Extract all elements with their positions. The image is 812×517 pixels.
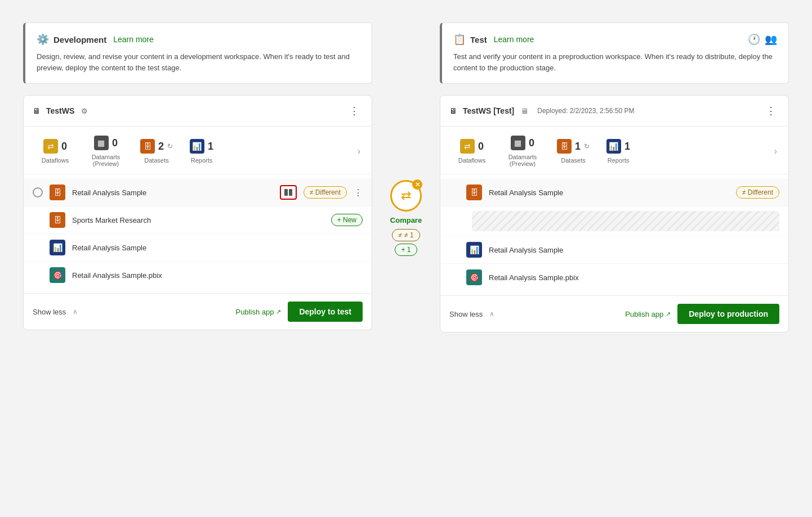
dev-item-2-icon: 🗄 <box>50 212 65 228</box>
test-reports-label: Reports <box>608 157 630 164</box>
test-item-1: 🗄 Retail Analysis Sample ≠ Different <box>440 179 788 206</box>
history-icon[interactable]: 🕐 <box>748 33 760 46</box>
dev-card-body: Design, review, and revise your content … <box>37 51 360 73</box>
page-container: ⚙️ Development Learn more Design, review… <box>23 23 789 332</box>
test-dataflows-count: 0 <box>478 141 484 152</box>
compare-badge-different[interactable]: ≠ ≠ 1 <box>392 229 420 241</box>
test-datasets-refresh[interactable]: ↻ <box>584 142 590 150</box>
test-datamarts-count: 0 <box>529 137 534 149</box>
share-icon[interactable]: 👥 <box>765 33 777 46</box>
test-card-title: Test <box>470 35 487 44</box>
dev-dataflows-label: Dataflows <box>42 157 69 164</box>
test-publish-btn[interactable]: Publish app ↗ <box>625 310 671 318</box>
dev-workspace-card: 🖥 TestWS ⚙ ⋮ ⇄ 0 Dataflows <box>23 95 372 330</box>
dev-item-1: 🗄 Retail Analysis Sample ≠ Different ⋮ <box>24 179 372 206</box>
svg-rect-0 <box>284 189 288 196</box>
test-workspace-header: 🖥 TestWS [Test] 🖥 Deployed: 2/2/2023, 2:… <box>440 96 788 127</box>
compare-badge-new[interactable]: + 1 <box>395 244 417 256</box>
test-stat-datamarts: ▦ 0 Datamarts(Preview) <box>494 136 551 167</box>
dev-chevron-up: ∧ <box>73 308 78 316</box>
dev-stat-reports: 📊 1 Reports <box>179 139 224 164</box>
dev-datamarts-count: 0 <box>112 137 118 149</box>
dev-show-less[interactable]: Show less <box>33 308 66 316</box>
dev-stat-datasets: 🗄 2 ↻ Datasets <box>134 139 179 164</box>
test-datamarts-icon: ▦ <box>511 136 525 150</box>
svg-rect-1 <box>289 189 292 196</box>
dev-stat-dataflows: ⇄ 0 Dataflows <box>33 139 78 164</box>
dev-item-2-name: Sports Market Research <box>72 216 324 224</box>
test-card-actions: 🕐 👥 <box>748 33 777 46</box>
dev-item-1-badge: ≠ Different <box>304 186 347 199</box>
test-icon: 📋 <box>453 33 466 46</box>
dev-icon: ⚙️ <box>37 33 49 46</box>
test-workspace-footer: Show less ∧ Publish app ↗ Deploy to prod… <box>440 295 788 332</box>
dev-item-2-badge: + New <box>331 214 363 226</box>
datasets-icon: 🗄 <box>140 139 155 154</box>
left-column: ⚙️ Development Learn more Design, review… <box>23 23 372 330</box>
test-stats-chevron[interactable]: › <box>772 144 779 159</box>
center-column: ▶ ⇄ ✕ Compare ≠ ≠ 1 + 1 <box>372 23 440 258</box>
dev-item-1-compare[interactable] <box>280 185 297 200</box>
compare-x-icon: ✕ <box>412 179 422 190</box>
dev-item-4-icon: 🎯 <box>50 267 65 283</box>
test-workspace-name: TestWS [Test] <box>463 106 514 115</box>
test-hatch-box <box>472 211 779 231</box>
test-card-link[interactable]: Learn more <box>494 35 534 44</box>
dev-item-3-icon: 📊 <box>50 240 65 255</box>
dev-card-link[interactable]: Learn more <box>113 35 154 44</box>
test-stat-datasets: 🗄 1 ↻ Datasets <box>551 139 596 164</box>
compare-arrows-icon: ⇄ <box>401 188 411 203</box>
test-datasets-count: 1 <box>575 141 581 152</box>
dev-item-1-name: Retail Analysis Sample <box>72 188 273 197</box>
test-reports-icon: 📊 <box>606 139 621 154</box>
dev-item-1-menu[interactable]: ⋮ <box>354 187 363 198</box>
dev-item-1-icon: 🗄 <box>50 185 65 200</box>
test-item-2-icon: 📊 <box>466 242 482 258</box>
right-column: 📋 Test Learn more 🕐 👥 Test and verify yo… <box>440 23 789 332</box>
dev-item-3-name: Retail Analysis Sample <box>72 244 363 252</box>
dev-workspace-icon: 🖥 <box>33 106 41 115</box>
test-items-list: 🗄 Retail Analysis Sample ≠ Different 📊 R… <box>440 174 788 295</box>
test-dataflows-label: Dataflows <box>458 157 485 164</box>
dev-reports-count: 1 <box>208 141 213 152</box>
dev-datasets-refresh[interactable]: ↻ <box>167 142 173 150</box>
dataflows-icon: ⇄ <box>43 139 58 154</box>
dev-datasets-label: Datasets <box>144 157 168 164</box>
dev-items-list: 🗄 Retail Analysis Sample ≠ Different ⋮ <box>24 174 372 293</box>
dev-publish-btn[interactable]: Publish app ↗ <box>235 308 281 316</box>
test-show-less[interactable]: Show less <box>449 310 483 318</box>
dev-item-4-name: Retail Analysis Sample.pbix <box>72 271 363 280</box>
dev-stats-chevron[interactable]: › <box>355 144 363 159</box>
dev-card-title: Development <box>53 35 106 44</box>
test-item-2-name: Retail Analysis Sample <box>489 246 779 254</box>
dev-reports-label: Reports <box>191 157 213 164</box>
test-stats-row: ⇄ 0 Dataflows ▦ 0 Datamarts(Preview) <box>440 127 788 174</box>
dev-item-1-radio[interactable] <box>33 187 43 197</box>
test-dataflows-icon: ⇄ <box>460 139 475 154</box>
test-workspace-menu[interactable]: ⋮ <box>762 104 779 118</box>
compare-label[interactable]: Compare <box>390 216 422 224</box>
test-item-3-icon: 🎯 <box>466 269 482 285</box>
dev-deploy-btn[interactable]: Deploy to test <box>288 302 363 322</box>
dev-workspace-badge: ⚙ <box>81 107 88 115</box>
dev-datamarts-label: Datamarts(Preview) <box>92 154 121 167</box>
dev-workspace-header: 🖥 TestWS ⚙ ⋮ <box>24 96 372 127</box>
test-stat-dataflows: ⇄ 0 Dataflows <box>449 139 494 164</box>
dev-workspace-menu[interactable]: ⋮ <box>346 104 363 118</box>
test-item-1-icon: 🗄 <box>466 185 482 200</box>
test-datamarts-label: Datamarts(Preview) <box>508 154 537 167</box>
reports-icon: 📊 <box>190 139 204 154</box>
dev-stats-row: ⇄ 0 Dataflows ▦ 0 Datamarts(Preview) <box>24 127 372 174</box>
external-link-icon: ↗ <box>276 308 281 316</box>
test-deploy-btn[interactable]: Deploy to production <box>677 304 779 324</box>
test-item-1-badge: ≠ Different <box>736 186 779 199</box>
test-datasets-label: Datasets <box>561 157 585 164</box>
test-info-card: 📋 Test Learn more 🕐 👥 Test and verify yo… <box>440 23 789 84</box>
dev-card-header: ⚙️ Development Learn more <box>37 33 360 46</box>
test-card-header: 📋 Test Learn more 🕐 👥 <box>453 33 777 46</box>
compare-circle[interactable]: ⇄ ✕ <box>390 180 422 212</box>
test-item-3: 🎯 Retail Analysis Sample.pbix <box>440 264 788 291</box>
dev-info-card: ⚙️ Development Learn more Design, review… <box>23 23 372 84</box>
test-deployed-info: Deployed: 2/2/2023, 2:56:50 PM <box>537 107 634 115</box>
dev-stat-datamarts: ▦ 0 Datamarts(Preview) <box>78 136 134 167</box>
